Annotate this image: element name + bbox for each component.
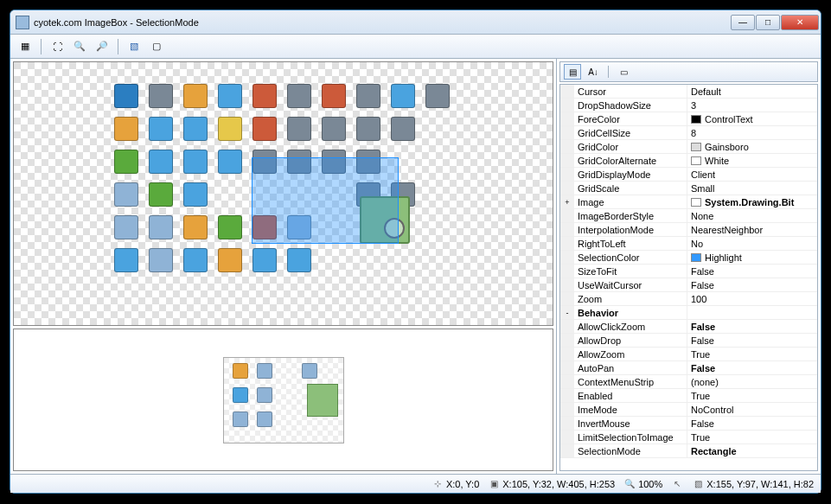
property-panel: ▤ A↓ ▭ CursorDefaultDropShadowSize3ForeC… <box>557 59 821 474</box>
property-value[interactable]: 3 <box>687 99 817 112</box>
property-name: InterpolationMode <box>574 223 687 236</box>
color-swatch <box>691 156 701 165</box>
sheet-icon <box>252 84 277 108</box>
preview-green-icon <box>307 384 338 417</box>
select-solid-icon[interactable]: ▧ <box>125 37 144 56</box>
property-value[interactable]: False <box>687 265 817 278</box>
property-value[interactable]: False <box>687 361 817 374</box>
expand-toggle <box>560 389 574 402</box>
property-row[interactable]: UseWaitCursorFalse <box>560 278 817 292</box>
sheet-icon <box>218 84 242 108</box>
property-value[interactable]: False <box>687 417 817 430</box>
property-row[interactable]: ContextMenuStrip(none) <box>560 375 817 389</box>
property-value[interactable]: None <box>687 209 817 222</box>
statusbar: ⊹X:0, Y:0 ▣X:105, Y:32, W:405, H:253 🔍10… <box>10 474 821 493</box>
property-value[interactable]: (none) <box>687 375 817 388</box>
sheet-icon <box>391 248 415 272</box>
property-row[interactable]: GridCellSize8 <box>560 126 817 140</box>
property-value[interactable]: False <box>687 278 817 291</box>
property-row[interactable]: AllowDropFalse <box>560 334 817 348</box>
property-row[interactable]: GridColorGainsboro <box>560 140 817 154</box>
preview-thumbnail <box>223 357 344 443</box>
expand-toggle <box>560 112 574 125</box>
expand-toggle <box>560 361 574 374</box>
alphabetical-icon[interactable]: A↓ <box>585 64 602 80</box>
sheet-icon <box>218 117 242 141</box>
property-row[interactable]: ImeModeNoControl <box>560 403 817 417</box>
property-row[interactable]: DropShadowSize3 <box>560 99 817 112</box>
property-row[interactable]: GridColorAlternateWhite <box>560 154 817 168</box>
selection-rectangle[interactable] <box>252 157 399 244</box>
preview-mini-icon <box>257 411 272 427</box>
preview-pane <box>13 329 553 471</box>
property-row[interactable]: SizeToFitFalse <box>560 265 817 278</box>
property-row[interactable]: RightToLeftNo <box>560 237 817 251</box>
select-dashed-icon[interactable]: ▢ <box>147 37 166 56</box>
property-value[interactable]: White <box>687 154 817 167</box>
zoom-icon: 🔍 <box>623 478 636 490</box>
preview-mini-icon <box>233 363 248 379</box>
image-canvas[interactable] <box>13 61 553 326</box>
property-row[interactable]: CursorDefault <box>560 85 817 99</box>
property-pages-icon[interactable]: ▭ <box>615 64 632 80</box>
zoom-in-icon[interactable]: 🔍 <box>70 37 89 56</box>
expand-toggle <box>560 265 574 278</box>
property-value[interactable]: NoControl <box>687 403 817 416</box>
property-row[interactable]: ForeColorControlText <box>560 112 817 126</box>
property-row[interactable]: SelectionModeRectangle <box>560 444 817 458</box>
property-value[interactable]: No <box>687 237 817 250</box>
property-row[interactable]: AutoPanFalse <box>560 361 817 375</box>
property-row[interactable]: GridScaleSmall <box>560 182 817 195</box>
property-row[interactable]: SelectionColorHighlight <box>560 251 817 265</box>
property-value[interactable]: System.Drawing.Bit <box>687 195 817 208</box>
property-value[interactable]: ControlText <box>687 112 817 125</box>
property-value[interactable]: False <box>687 334 817 347</box>
sheet-icon <box>218 248 242 272</box>
property-value[interactable]: Client <box>687 168 817 181</box>
zoom-text: 100% <box>638 479 662 489</box>
expand-toggle[interactable]: - <box>560 306 574 319</box>
sheet-icon <box>356 248 380 272</box>
property-name: InvertMouse <box>574 417 687 430</box>
property-row[interactable]: AllowZoomTrue <box>560 348 817 361</box>
categorized-icon[interactable]: ▤ <box>564 64 581 80</box>
property-value[interactable]: NearestNeighbor <box>687 223 817 236</box>
sheet-icon <box>149 215 173 239</box>
sheet-icon <box>425 84 450 108</box>
minimize-button[interactable]: — <box>731 15 755 30</box>
property-value[interactable]: 100 <box>687 292 817 305</box>
property-value[interactable]: True <box>687 348 817 360</box>
property-value[interactable]: Rectangle <box>687 444 817 457</box>
property-value[interactable]: Highlight <box>687 251 817 264</box>
property-value[interactable]: True <box>687 389 817 402</box>
property-value[interactable]: Small <box>687 182 817 195</box>
sheet-icon <box>425 150 450 174</box>
property-value[interactable] <box>687 306 817 319</box>
property-row[interactable]: GridDisplayModeClient <box>560 168 817 182</box>
maximize-button[interactable]: □ <box>756 15 780 30</box>
titlebar[interactable]: cyotek.com ImageBox - SelectionMode — □ … <box>10 10 821 35</box>
property-row[interactable]: Zoom100 <box>560 292 817 306</box>
property-value[interactable]: 8 <box>687 126 817 139</box>
property-row[interactable]: +ImageSystem.Drawing.Bit <box>560 195 817 209</box>
zoom-out-icon[interactable]: 🔎 <box>93 37 112 56</box>
close-button[interactable]: ✕ <box>781 15 819 30</box>
property-row[interactable]: EnabledTrue <box>560 389 817 403</box>
property-row[interactable]: AllowClickZoomFalse <box>560 320 817 334</box>
property-name: LimitSelectionToImage <box>574 431 687 443</box>
property-value[interactable]: True <box>687 431 817 443</box>
sheet-icon <box>287 117 311 141</box>
property-row[interactable]: InterpolationModeNearestNeighbor <box>560 223 817 237</box>
grid-icon[interactable]: ▦ <box>16 37 35 56</box>
property-value[interactable]: Default <box>687 85 817 98</box>
expand-toggle[interactable]: + <box>560 195 574 208</box>
property-row[interactable]: ImageBorderStyleNone <box>560 209 817 223</box>
property-row[interactable]: -Behavior <box>560 306 817 320</box>
fit-icon[interactable]: ⛶ <box>48 37 67 56</box>
property-row[interactable]: LimitSelectionToImageTrue <box>560 431 817 444</box>
property-value[interactable]: False <box>687 320 817 333</box>
property-value[interactable]: Gainsboro <box>687 140 817 153</box>
property-grid[interactable]: CursorDefaultDropShadowSize3ForeColorCon… <box>559 84 818 471</box>
property-row[interactable]: InvertMouseFalse <box>560 417 817 431</box>
property-name: AutoPan <box>574 361 687 374</box>
